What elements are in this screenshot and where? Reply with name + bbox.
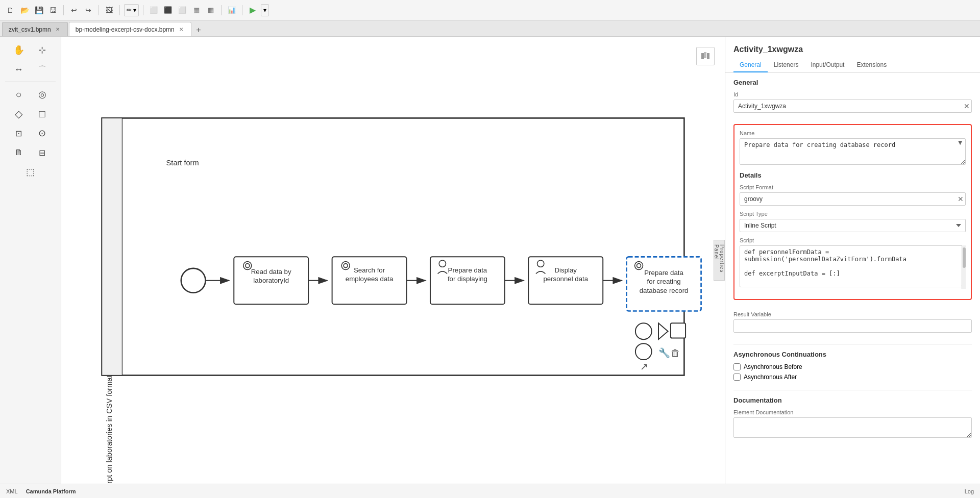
lasso-tool-button[interactable]: ⊹ xyxy=(31,41,54,59)
async-section-title: Asynchronous Continuations xyxy=(733,351,972,358)
id-field-wrapper: ✕ xyxy=(733,99,972,113)
new-file-button[interactable]: 🗋 xyxy=(4,4,16,16)
result-variable-label: Result Variable xyxy=(733,311,972,317)
start-form-label: Start form xyxy=(166,159,199,167)
xml-button[interactable]: XML xyxy=(6,488,18,494)
pool-button[interactable]: ⊟ xyxy=(31,143,54,162)
script-type-group: Script Type Inline Script External Resou… xyxy=(740,211,966,232)
async-after-group: Asynchronous After xyxy=(733,374,972,381)
context-task[interactable] xyxy=(671,323,685,338)
log-button[interactable]: Log xyxy=(965,488,974,494)
documentation-section: Documentation Element Documentation xyxy=(725,390,980,451)
script-format-wrapper: ✕ xyxy=(740,192,966,206)
group-button[interactable]: ⬚ xyxy=(19,163,42,181)
pool-label-text: Generating excerpt on laboratories in CS… xyxy=(105,376,113,484)
script-format-label: Script Format xyxy=(740,184,966,190)
left-tools-panel: ✋ ⊹ ↔ ⌒ ○ ◎ ◇ □ ⊡ ⊙ 🗎 ⊟ ⬚ xyxy=(0,37,61,484)
task-button[interactable]: □ xyxy=(31,105,54,123)
tabs-bar: zvit_csv1.bpmn ✕ bp-modeling-excerpt-csv… xyxy=(0,20,980,37)
tool-row-1: ✋ ⊹ xyxy=(2,41,59,59)
tab-label: bp-modeling-excerpt-csv-docx.bpmn xyxy=(76,26,175,33)
async-before-checkbox[interactable] xyxy=(733,363,741,370)
script-field-group: Script def personnelFormData = submissio… xyxy=(740,237,966,289)
script-textarea[interactable]: def personnelFormData = submission('pers… xyxy=(740,245,966,287)
tab-general[interactable]: General xyxy=(733,58,768,72)
hand-tool-button[interactable]: ✋ xyxy=(8,41,30,59)
deploy-button[interactable]: ▶ xyxy=(247,4,259,16)
tab-close-button[interactable]: ✕ xyxy=(178,26,185,33)
name-field-clear-button[interactable]: ▼ xyxy=(957,139,964,146)
subprocess-button[interactable]: ⊡ xyxy=(8,124,30,142)
map-toggle-button[interactable] xyxy=(696,47,715,65)
intermediate-event-button[interactable]: ◎ xyxy=(31,85,54,104)
import-button[interactable]: 🖼 xyxy=(103,4,115,16)
edit-tool-dropdown[interactable]: ✏ ▾ xyxy=(124,4,139,16)
platform-label: Camunda Platform xyxy=(26,488,76,494)
start-event-circle[interactable] xyxy=(181,268,206,293)
tab-bp-modeling[interactable]: bp-modeling-excerpt-csv-docx.bpmn ✕ xyxy=(69,22,191,36)
script-format-input[interactable] xyxy=(740,192,966,206)
script-label: Script xyxy=(740,237,966,243)
deploy-dropdown[interactable]: ▾ xyxy=(261,4,269,16)
align-right-button[interactable]: ⬜ xyxy=(176,4,188,16)
canvas-area[interactable]: Properties Panel Generating excerpt on l… xyxy=(61,37,725,484)
distribute-h-button[interactable]: ▦ xyxy=(190,4,203,16)
id-field-input[interactable] xyxy=(733,99,972,113)
id-field-clear-button[interactable]: ✕ xyxy=(964,103,970,110)
space-tool-button[interactable]: ↔ xyxy=(8,60,30,79)
script-scrollbar[interactable] xyxy=(962,245,966,289)
task5-label-line3: database record xyxy=(640,287,689,294)
script-format-group: Script Format ✕ xyxy=(740,184,966,206)
properties-panel-toggle[interactable]: Properties Panel xyxy=(714,240,725,281)
status-bar: XML Camunda Platform Log xyxy=(0,484,980,498)
tab-listeners[interactable]: Listeners xyxy=(768,58,805,72)
properties-toggle-label: Properties Panel xyxy=(714,244,725,276)
context-wrench[interactable]: 🔧 xyxy=(658,347,671,359)
align-left-button[interactable]: ⬜ xyxy=(148,4,160,16)
start-event-button[interactable]: ○ xyxy=(8,85,30,104)
script-format-clear[interactable]: ✕ xyxy=(958,195,964,203)
tool-row-6: 🗎 ⊟ xyxy=(2,143,59,162)
tool-row-2: ↔ ⌒ xyxy=(2,60,59,79)
tool-row-5: ⊡ ⊙ xyxy=(2,124,59,142)
tool-row-3: ○ ◎ xyxy=(2,85,59,104)
data-object-button[interactable]: 🗎 xyxy=(8,143,30,162)
svg-rect-2 xyxy=(707,53,709,59)
gateway-button[interactable]: ◇ xyxy=(8,105,30,123)
element-doc-textarea[interactable] xyxy=(733,417,972,438)
tab-add-button[interactable]: + xyxy=(192,24,205,36)
context-connect[interactable]: ↗ xyxy=(640,361,648,372)
panel-tabs: General Listeners Input/Output Extension… xyxy=(725,58,980,72)
async-section: Asynchronous Continuations Asynchronous … xyxy=(725,344,980,390)
result-variable-input[interactable] xyxy=(733,319,972,333)
script-type-select[interactable]: Inline Script External Resource xyxy=(740,219,966,232)
element-doc-group: Element Documentation xyxy=(733,409,972,439)
bpmn-diagram[interactable]: Generating excerpt on laboratories in CS… xyxy=(61,37,725,484)
align-center-button[interactable]: ⬛ xyxy=(162,4,174,16)
tab-input-output[interactable]: Input/Output xyxy=(804,58,850,72)
task4-label-line1: Display xyxy=(555,266,577,274)
data-store-button[interactable]: ⊙ xyxy=(31,124,54,142)
pool-rect[interactable] xyxy=(102,118,684,375)
open-file-button[interactable]: 📂 xyxy=(18,4,31,16)
save-as-button[interactable]: 🖫 xyxy=(47,4,59,16)
main-area: ✋ ⊹ ↔ ⌒ ○ ◎ ◇ □ ⊡ ⊙ 🗎 ⊟ ⬚ xyxy=(0,37,980,484)
context-event-circle[interactable] xyxy=(635,323,652,339)
connect-tool-button[interactable]: ⌒ xyxy=(31,60,54,79)
context-event2[interactable] xyxy=(635,343,652,360)
tab-extensions[interactable]: Extensions xyxy=(850,58,893,72)
name-field-textarea[interactable]: Prepare data for creating database recor… xyxy=(740,138,966,165)
async-before-group: Asynchronous Before xyxy=(733,363,972,370)
toolbar-separator-1 xyxy=(63,5,64,15)
context-delete[interactable]: 🗑 xyxy=(671,347,680,358)
name-field-group: Name Prepare data for creating database … xyxy=(740,130,966,166)
undo-button[interactable]: ↩ xyxy=(68,4,80,16)
async-after-checkbox[interactable] xyxy=(733,374,741,381)
redo-button[interactable]: ↪ xyxy=(82,4,94,16)
save-button[interactable]: 💾 xyxy=(33,4,45,16)
toolbar-separator-6 xyxy=(242,5,242,15)
insert-button[interactable]: 📊 xyxy=(226,4,238,16)
distribute-v-button[interactable]: ▦ xyxy=(205,4,217,16)
tab-close-button[interactable]: ✕ xyxy=(54,26,61,33)
tab-zvit-csv1[interactable]: zvit_csv1.bpmn ✕ xyxy=(2,22,68,36)
